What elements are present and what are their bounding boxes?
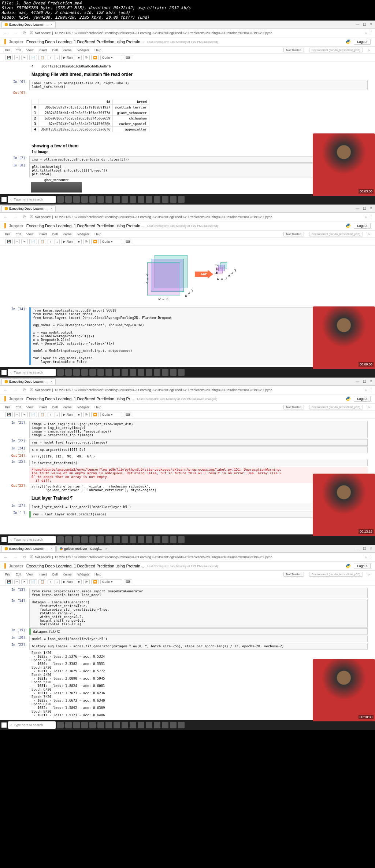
cut-icon[interactable]: ✂ xyxy=(21,579,28,584)
restart-run-icon[interactable]: ⏩ xyxy=(91,239,99,244)
task-icon[interactable] xyxy=(65,536,72,543)
task-icon[interactable] xyxy=(154,536,160,543)
menu-edit[interactable]: Edit xyxy=(16,48,22,52)
menu-icon[interactable]: ⋮ xyxy=(370,555,373,559)
reload-icon[interactable]: ⟳ xyxy=(21,387,28,393)
save-icon[interactable]: 💾 xyxy=(5,412,13,417)
close-icon[interactable]: × xyxy=(105,547,107,551)
taskbar-search[interactable]: ○Type here to search xyxy=(8,196,56,203)
close-icon[interactable]: × xyxy=(51,207,52,210)
omnibox[interactable]: ⓘNot secure | 13.229.135.167:8888/notebo… xyxy=(30,387,362,392)
close-icon[interactable]: × xyxy=(370,206,372,210)
jupyter-logo[interactable]: Jupyter xyxy=(9,397,23,401)
maximize-icon[interactable]: ☐ xyxy=(363,547,366,551)
code-cell[interactable]: s = np.argsort(res)[0][-5:] xyxy=(29,446,368,453)
maximize-icon[interactable]: ☐ xyxy=(363,379,366,383)
menu-file[interactable]: File xyxy=(5,405,11,409)
notebook-title[interactable]: Executing Deep Learning. 1 DogBreed Pred… xyxy=(26,224,144,228)
run-button[interactable]: ▶ Run xyxy=(61,239,74,244)
task-icon[interactable] xyxy=(97,536,104,543)
menu-edit[interactable]: Edit xyxy=(16,405,22,409)
task-icon[interactable] xyxy=(114,722,120,728)
jupyter-logo[interactable]: Jupyter xyxy=(9,40,23,44)
move-up-icon[interactable]: ↑ xyxy=(48,412,53,417)
cell-type-select[interactable]: Code ▾ xyxy=(100,579,122,584)
logout-button[interactable]: Logout xyxy=(354,223,371,229)
windows-start-icon[interactable] xyxy=(1,722,7,728)
task-icon[interactable] xyxy=(57,369,64,376)
close-icon[interactable]: × xyxy=(51,23,52,26)
menu-view[interactable]: View xyxy=(26,405,33,409)
menu-insert[interactable]: Insert xyxy=(38,573,47,576)
save-icon[interactable]: 💾 xyxy=(5,239,13,244)
interrupt-icon[interactable]: ■ xyxy=(76,55,81,60)
logout-button[interactable]: Logout xyxy=(354,563,371,569)
task-icon[interactable] xyxy=(170,196,177,203)
reload-icon[interactable]: ⟳ xyxy=(21,30,28,36)
close-icon[interactable]: × xyxy=(51,380,52,383)
task-icon[interactable] xyxy=(170,536,177,543)
task-icon[interactable] xyxy=(130,536,136,543)
task-icon[interactable] xyxy=(130,722,136,728)
run-button[interactable]: ▶ Run xyxy=(61,412,74,417)
notebook-title[interactable]: Executing Deep Learning. 1 DogBreed Pred… xyxy=(26,397,134,401)
menu-kernel[interactable]: Kernel xyxy=(63,405,72,409)
cut-icon[interactable]: ✂ xyxy=(21,55,28,60)
back-icon[interactable]: ← xyxy=(2,387,10,393)
move-down-icon[interactable]: ↓ xyxy=(55,579,60,584)
move-up-icon[interactable]: ↑ xyxy=(48,55,53,60)
task-icon[interactable] xyxy=(178,369,185,376)
add-cell-icon[interactable]: + xyxy=(14,55,20,60)
copy-icon[interactable]: 📄 xyxy=(29,55,37,60)
reload-icon[interactable]: ⟳ xyxy=(21,555,28,560)
taskbar-search[interactable]: ○Type here to search xyxy=(8,721,56,729)
task-icon[interactable] xyxy=(81,369,88,376)
task-icon[interactable] xyxy=(178,196,185,203)
task-icon[interactable] xyxy=(170,369,177,376)
command-palette-icon[interactable]: ⌨ xyxy=(124,412,132,417)
menu-file[interactable]: File xyxy=(5,48,11,52)
menu-edit[interactable]: Edit xyxy=(16,232,22,236)
command-palette-icon[interactable]: ⌨ xyxy=(124,55,132,60)
task-icon[interactable] xyxy=(162,196,168,203)
task-icon[interactable] xyxy=(89,722,96,728)
task-icon[interactable] xyxy=(89,536,96,543)
windows-start-icon[interactable] xyxy=(1,197,7,202)
close-icon[interactable]: × xyxy=(51,547,52,551)
task-icon[interactable] xyxy=(105,369,112,376)
menu-cell[interactable]: Cell xyxy=(52,573,58,576)
menu-kernel[interactable]: Kernel xyxy=(63,48,72,52)
task-icon[interactable] xyxy=(178,536,185,543)
menu-help[interactable]: Help xyxy=(94,48,101,52)
browser-tab[interactable]: Executing Deep Learnin…× xyxy=(1,205,56,212)
task-icon[interactable] xyxy=(138,722,144,728)
task-icon[interactable] xyxy=(146,722,152,728)
task-icon[interactable] xyxy=(138,369,144,376)
task-icon[interactable] xyxy=(73,369,80,376)
paste-icon[interactable]: 📋 xyxy=(38,579,46,584)
menu-icon[interactable]: ⋮ xyxy=(370,31,373,35)
save-icon[interactable]: 💾 xyxy=(5,55,13,60)
task-icon[interactable] xyxy=(105,722,112,728)
bookmark-icon[interactable]: ☆ xyxy=(364,555,367,559)
kernel-env[interactable]: Environment (conda_tensorflow_p36) xyxy=(309,48,363,52)
logout-button[interactable]: Logout xyxy=(354,39,371,45)
windows-start-icon[interactable] xyxy=(1,370,7,375)
taskbar-search[interactable]: ○Type here to search xyxy=(8,369,56,376)
menu-insert[interactable]: Insert xyxy=(38,405,47,409)
bookmark-icon[interactable]: ☆ xyxy=(364,215,367,219)
interrupt-icon[interactable]: ■ xyxy=(76,412,81,417)
back-icon[interactable]: ← xyxy=(2,30,10,36)
restart-run-icon[interactable]: ⏩ xyxy=(91,55,99,60)
task-icon[interactable] xyxy=(57,722,64,728)
task-icon[interactable] xyxy=(122,196,128,203)
code-cell[interactable]: image = load_img('gullu.jpg',target_size… xyxy=(29,421,368,438)
menu-file[interactable]: File xyxy=(5,232,11,236)
task-icon[interactable] xyxy=(162,722,168,728)
task-icon[interactable] xyxy=(97,369,104,376)
bookmark-icon[interactable]: ☆ xyxy=(364,31,367,35)
cell-type-select[interactable]: Code ▾ xyxy=(100,55,122,60)
trust-button[interactable]: Not Trusted xyxy=(283,405,304,409)
add-cell-icon[interactable]: + xyxy=(14,412,20,417)
restart-run-icon[interactable]: ⏩ xyxy=(91,579,99,584)
